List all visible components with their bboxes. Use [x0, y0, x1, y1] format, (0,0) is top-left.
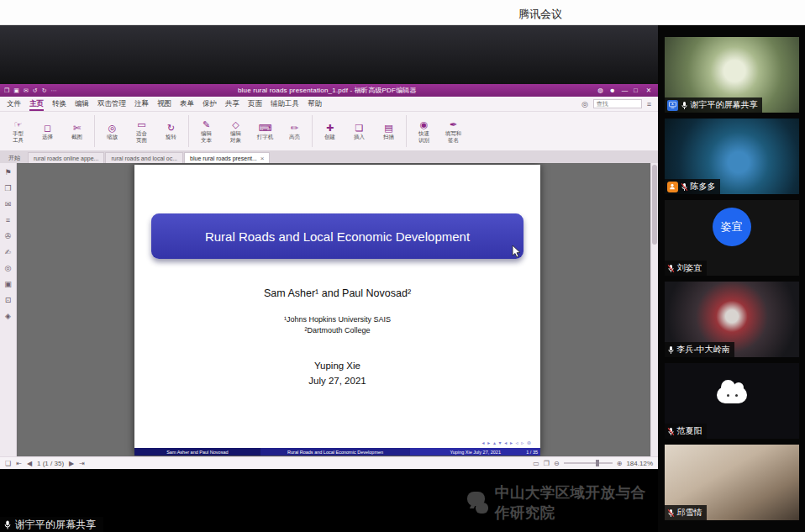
tool-scan[interactable]: ▤ 扫描 — [374, 121, 403, 141]
slide-authors: Sam Asher¹ and Paul Novosad² — [134, 287, 540, 299]
menu-comment[interactable]: 注释 — [134, 97, 149, 111]
menu-protect[interactable]: 保护 — [203, 97, 217, 111]
document-view[interactable]: Rural Roads and Local Economic Developme… — [17, 163, 650, 456]
layers-panel-icon[interactable]: ≡ — [6, 217, 10, 224]
menu-convert[interactable]: 转换 — [52, 97, 66, 111]
zoom-slider[interactable] — [564, 462, 613, 464]
fields-panel-icon[interactable]: ▣ — [4, 281, 12, 288]
open-icon[interactable]: ❒ — [4, 87, 9, 94]
prev-page-icon[interactable]: ◀ — [27, 460, 32, 467]
pdf-editor-window: ❒ ▣ ✉ ↺ ↻ ⋯ blue rural roads presentatio… — [0, 84, 658, 469]
signatures-panel-icon[interactable]: ✍ — [5, 249, 12, 256]
raised-hand-badge-icon — [667, 182, 678, 192]
next-page-icon[interactable]: ▶ — [69, 460, 74, 467]
vertical-scrollbar[interactable] — [650, 163, 658, 456]
tab-doc-1[interactable]: rural roads and local oc... — [105, 152, 183, 163]
account-icon[interactable]: ☻ — [609, 87, 616, 94]
pages-panel-icon[interactable]: ❐ — [4, 185, 11, 192]
save-icon[interactable]: ▣ — [13, 87, 19, 94]
tool-highlight[interactable]: ✏ 高亮 — [280, 121, 309, 141]
fit-width-icon[interactable]: ▭ — [533, 460, 539, 467]
crop-panel-icon[interactable]: ⊡ — [5, 297, 12, 304]
undo-icon[interactable]: ↺ — [33, 87, 38, 94]
pdf-statusbar: ❏ ⇤ ◀ 1 (1 / 35) ▶ ⇥ ▭ ❐ ⊖ ⊕ 184.12% — [0, 456, 658, 469]
panels-icon[interactable]: ❏ — [5, 460, 11, 467]
tool-rotate[interactable]: ↻ 旋转 — [156, 121, 186, 141]
tool-fill-sign[interactable]: ✒ 填写和 签名 — [439, 118, 468, 145]
scrollbar-thumb[interactable] — [652, 165, 657, 245]
attachments-panel-icon[interactable]: ✇ — [5, 233, 12, 240]
destinations-panel-icon[interactable]: ◈ — [5, 313, 11, 320]
tab-doc-2[interactable]: blue rural roads present... × — [184, 152, 270, 163]
redo-icon[interactable]: ↻ — [42, 87, 47, 94]
more-icon[interactable]: ⋯ — [51, 87, 57, 94]
minimize-button[interactable]: — — [622, 87, 629, 94]
share-status-banner: 谢宇平的屏幕共享 — [0, 517, 103, 532]
panel-toggle-icon[interactable]: ≡ — [647, 100, 651, 108]
tool-hand[interactable]: ☞ 手型 工具 — [3, 118, 33, 145]
search-icon[interactable]: ◎ — [581, 100, 588, 108]
participant-name: 范夏阳 — [677, 425, 702, 437]
tool-typewriter[interactable]: ⌨ 打字机 — [250, 121, 280, 141]
rotate-view-icon: ↻ — [167, 122, 175, 134]
pdf-content: ⚑ ❐ ✉ ≡ ✇ ✍ ◎ ▣ ⊡ ◈ Rural — [0, 163, 658, 456]
last-page-icon[interactable]: ⇥ — [79, 460, 85, 467]
zoom-level: 184.12% — [626, 460, 653, 467]
menubar-right: ◎ ≡ — [581, 99, 651, 108]
menu-edit[interactable]: 编辑 — [75, 97, 89, 111]
tool-create[interactable]: ✚ 创建 — [315, 121, 345, 141]
tab-close-icon[interactable]: × — [260, 153, 265, 164]
slide-date: July 27, 2021 — [134, 376, 540, 386]
tool-edit-object[interactable]: ◇ 编辑 对象 — [221, 118, 250, 145]
participant-tile[interactable]: 姿宜 刘姿宜 — [665, 200, 799, 276]
first-page-icon[interactable]: ⇤ — [16, 460, 22, 467]
snapshot-icon: ✄ — [73, 122, 81, 134]
mic-muted-icon — [667, 508, 675, 518]
email-icon[interactable]: ✉ — [24, 87, 29, 94]
find-input[interactable] — [593, 99, 642, 108]
participant-tile[interactable]: 陈多多 — [665, 119, 799, 194]
fit-page-icon[interactable]: ❐ — [544, 460, 550, 467]
tool-snapshot[interactable]: ✄ 截图 — [62, 121, 92, 141]
start-tab[interactable]: 开始 — [2, 152, 27, 163]
tool-edit-text[interactable]: ✎ 编辑 文本 — [192, 118, 221, 145]
search-panel-icon[interactable]: ◎ — [5, 265, 12, 272]
hand-tool-icon: ☞ — [14, 119, 23, 130]
menu-home[interactable]: 主页 — [29, 97, 44, 111]
menu-form[interactable]: 表单 — [180, 97, 194, 111]
menu-accessibility[interactable]: 辅助工具 — [271, 97, 299, 111]
tool-zoom[interactable]: ◎ 缩放 — [97, 121, 127, 141]
bookmarks-panel-icon[interactable]: ⚑ — [4, 169, 11, 176]
participant-label: 陈多多 — [665, 179, 720, 194]
menu-page[interactable]: 页面 — [248, 97, 262, 111]
slide-affiliation-1: ¹Johns Hopkins University SAIS — [134, 315, 540, 324]
participant-tile[interactable]: 李兵-中大岭南 — [665, 282, 799, 357]
comments-panel-icon[interactable]: ✉ — [5, 201, 12, 208]
tool-ocr[interactable]: ◉ 快速 识别 — [409, 118, 439, 145]
menu-file[interactable]: 文件 — [7, 97, 21, 111]
participants-sidebar: 谢宇平的屏幕共享 陈多多 姿宜 — [658, 25, 805, 532]
zoom-in-icon[interactable]: ⊕ — [617, 460, 623, 467]
menu-share[interactable]: 共享 — [225, 97, 239, 111]
tool-insert[interactable]: ❏ 插入 — [345, 121, 374, 141]
quick-access-toolbar: ❒ ▣ ✉ ↺ ↻ ⋯ — [4, 87, 57, 94]
zoom-out-icon[interactable]: ⊖ — [554, 460, 560, 467]
close-button[interactable]: ✕ — [644, 87, 654, 94]
share-banner-text: 谢宇平的屏幕共享 — [15, 518, 96, 532]
scan-icon: ▤ — [384, 122, 392, 134]
maximize-button[interactable]: □ — [634, 87, 638, 94]
zoom-slider-knob[interactable] — [596, 460, 599, 466]
menu-view[interactable]: 视图 — [157, 97, 171, 111]
tool-fit-page[interactable]: ▭ 适合 页面 — [127, 118, 156, 145]
tab-doc-0[interactable]: rural roads online appe... — [28, 152, 104, 163]
participant-tile[interactable]: 范夏阳 — [665, 363, 799, 439]
participant-tile[interactable]: 邱雪情 — [665, 445, 799, 520]
notification-bell-icon[interactable]: ◍ — [597, 87, 603, 94]
footline-page-number: 1 / 35 — [526, 448, 538, 456]
menu-help[interactable]: 帮助 — [308, 97, 322, 111]
meeting-title: 腾讯会议 — [518, 7, 562, 22]
menu-batch[interactable]: 双击管理 — [97, 97, 126, 111]
participant-tile[interactable]: 谢宇平的屏幕共享 — [665, 37, 799, 113]
tool-select[interactable]: ◻ 选择 — [33, 121, 62, 141]
slide-footline: Sam Asher and Paul Novosad Rural Roads a… — [134, 448, 540, 456]
